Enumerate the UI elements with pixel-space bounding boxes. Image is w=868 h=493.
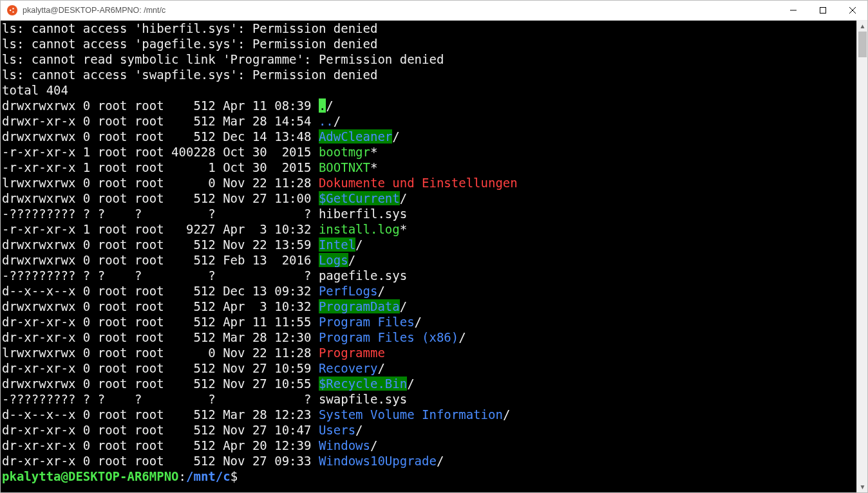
maximize-button[interactable] <box>808 1 838 21</box>
scroll-up-icon[interactable]: ▲ <box>857 21 868 32</box>
minimize-button[interactable] <box>778 1 808 21</box>
svg-point-1 <box>10 10 11 11</box>
close-button[interactable] <box>838 1 867 21</box>
scroll-down-icon[interactable]: ▼ <box>857 481 868 492</box>
scrollbar[interactable]: ▲ ▼ <box>856 21 867 492</box>
terminal[interactable]: ls: cannot access 'hiberfil.sys': Permis… <box>1 21 856 492</box>
window-title: pkalytta@DESKTOP-AR6MPNO: /mnt/c <box>23 6 778 15</box>
client-area: ls: cannot access 'hiberfil.sys': Permis… <box>1 21 867 492</box>
titlebar[interactable]: pkalytta@DESKTOP-AR6MPNO: /mnt/c <box>1 1 867 21</box>
window-controls <box>778 1 867 21</box>
app-window: pkalytta@DESKTOP-AR6MPNO: /mnt/c ls: can… <box>0 0 868 493</box>
svg-point-3 <box>12 11 14 12</box>
svg-rect-5 <box>820 8 826 14</box>
scroll-thumb[interactable] <box>858 32 867 57</box>
svg-point-2 <box>12 8 14 9</box>
ubuntu-icon <box>7 5 17 15</box>
